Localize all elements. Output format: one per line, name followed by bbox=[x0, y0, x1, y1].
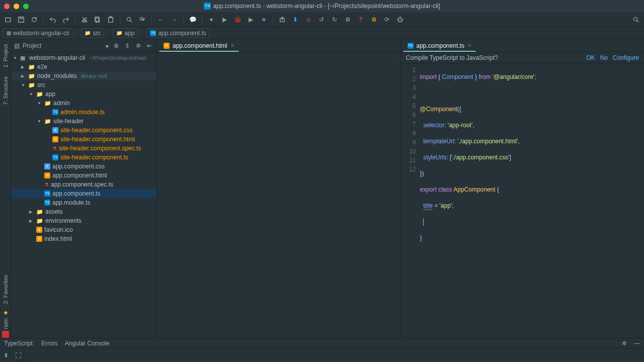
paste-icon[interactable] bbox=[106, 15, 116, 25]
crumb-src[interactable]: 📁src bbox=[81, 28, 104, 38]
redo-icon[interactable] bbox=[61, 15, 71, 25]
tab-app-component-html[interactable]: Happ.component.html✕ bbox=[159, 40, 239, 52]
tree-sh-spec[interactable]: ⚗site-header.component.spec.ts bbox=[11, 144, 156, 153]
titlebar: TSapp.component.ts - webstorm-angular-cl… bbox=[0, 0, 644, 12]
svg-rect-0 bbox=[6, 18, 11, 22]
tree-favicon[interactable]: ★favicon.ico bbox=[11, 225, 156, 234]
ts-panel-tabs: TypeScript: Errors Angular Console ✲ — bbox=[0, 338, 644, 348]
filter-icon[interactable]: ⬍ bbox=[2, 351, 10, 359]
editor-left: Happ.component.html✕ bbox=[157, 39, 401, 338]
run-config-dropdown[interactable]: ▾ bbox=[206, 15, 216, 25]
file-badge-icon: TS bbox=[204, 3, 211, 10]
history-icon[interactable]: ↺ bbox=[316, 15, 327, 25]
tree-sh-css[interactable]: #site-header.component.css bbox=[11, 126, 156, 135]
svg-rect-1 bbox=[19, 17, 24, 22]
tree-node-modules[interactable]: ▶📁node_moduleslibrary root bbox=[11, 71, 156, 80]
editor-right: TSapp.component.ts✕ Compile TypeScript t… bbox=[401, 39, 645, 338]
tree-e2e[interactable]: ▶📁e2e bbox=[11, 62, 156, 71]
project-tree[interactable]: ▼▦webstorm-angular-cli~/Projects/sitepoi… bbox=[11, 52, 156, 338]
collapse-icon[interactable]: ⇕ bbox=[123, 42, 131, 49]
close-tab-icon[interactable]: ✕ bbox=[230, 43, 234, 48]
deploy-icon[interactable] bbox=[277, 15, 287, 25]
back-icon[interactable]: ← bbox=[156, 15, 166, 25]
refresh-icon[interactable] bbox=[29, 15, 39, 25]
compile-configure[interactable]: Configure bbox=[613, 54, 639, 61]
download-icon[interactable]: ⬇ bbox=[290, 15, 300, 25]
compile-prompt-bar: Compile TypeScript to JavaScript? OK No … bbox=[401, 52, 645, 63]
debug-icon[interactable]: 🐞 bbox=[232, 15, 243, 25]
save-icon[interactable] bbox=[16, 15, 26, 25]
tree-envs[interactable]: ▶📁environments bbox=[11, 216, 156, 225]
npm-icon bbox=[2, 331, 9, 338]
project-panel-title: Project bbox=[23, 42, 103, 49]
tree-app-spec[interactable]: ⚗app.component.spec.ts bbox=[11, 180, 156, 189]
settings-icon[interactable]: ⚙ bbox=[343, 15, 353, 25]
ts-tab-errors[interactable]: Errors bbox=[41, 340, 58, 347]
compile-no[interactable]: No bbox=[600, 54, 608, 61]
gutter: 123456789101112 bbox=[401, 63, 420, 338]
tree-src[interactable]: ▼📁src bbox=[11, 80, 156, 89]
tree-app-module[interactable]: TSapp.module.ts bbox=[11, 198, 156, 207]
tree-admin[interactable]: ▼📁admin bbox=[11, 99, 156, 108]
chat-icon[interactable]: 💬 bbox=[188, 15, 198, 25]
tab-app-component-ts[interactable]: TSapp.component.ts✕ bbox=[403, 40, 476, 52]
svg-point-9 bbox=[127, 17, 131, 21]
open-icon[interactable] bbox=[3, 15, 13, 25]
find-icon[interactable] bbox=[124, 15, 134, 25]
star-icon: ★ bbox=[3, 309, 9, 316]
update-icon[interactable]: ↻ bbox=[330, 15, 340, 25]
breadcrumb: ▦webstorm-angular-cli〉 📁src〉 📁app〉 TSapp… bbox=[0, 27, 644, 39]
ts-settings-icon[interactable]: ✲ bbox=[622, 340, 627, 347]
sync-icon[interactable]: ⟳ bbox=[382, 15, 392, 25]
project-panel: ▤ Project▸ ⊕ ⇕ ✲ ⇤ ▼▦webstorm-angular-cl… bbox=[11, 39, 157, 338]
gear-icon[interactable]: ✲ bbox=[134, 42, 142, 49]
main-toolbar: ← → 💬 ▾ ▶ 🐞 ▶ ■ ⬇ ⎋ ↺ ↻ ⚙ ? ⚙ ⟳ ⏻ bbox=[0, 12, 644, 27]
commit-icon[interactable]: ⎋ bbox=[303, 15, 313, 25]
help-icon[interactable]: ? bbox=[356, 15, 366, 25]
close-tab-icon[interactable]: ✕ bbox=[467, 43, 471, 48]
crumb-app[interactable]: 📁app bbox=[113, 28, 138, 38]
editor-right-body[interactable]: 123456789101112 import { Component } fro… bbox=[401, 63, 645, 338]
tree-index[interactable]: Hindex.html bbox=[11, 234, 156, 243]
cut-icon[interactable] bbox=[79, 15, 90, 25]
undo-icon[interactable] bbox=[48, 15, 58, 25]
run-icon[interactable]: ▶ bbox=[219, 15, 229, 25]
editor-left-body[interactable] bbox=[176, 52, 400, 338]
hide-icon[interactable]: ⇤ bbox=[145, 42, 153, 49]
ts-label: TypeScript: bbox=[4, 340, 34, 347]
power-icon[interactable]: ⏻ bbox=[395, 15, 405, 25]
tool-favorites[interactable]: 2: Favorites bbox=[3, 272, 9, 307]
window-title: app.component.ts - webstorm-angular-cli … bbox=[213, 3, 440, 10]
tool-project[interactable]: 1: Project bbox=[3, 41, 9, 70]
ide-settings-icon[interactable]: ⚙ bbox=[369, 15, 379, 25]
tool-structure[interactable]: 7: Structure bbox=[3, 73, 9, 108]
svg-point-12 bbox=[634, 17, 637, 21]
coverage-icon[interactable]: ▶ bbox=[246, 15, 256, 25]
tree-app-ts[interactable]: TSapp.component.ts bbox=[11, 189, 156, 198]
tree-sh-html[interactable]: Hsite-header.component.html bbox=[11, 135, 156, 144]
target-icon[interactable]: ⊕ bbox=[112, 42, 120, 49]
copy-icon[interactable] bbox=[93, 15, 103, 25]
tree-app[interactable]: ▼📁app bbox=[11, 89, 156, 99]
tree-app-html[interactable]: Happ.component.html bbox=[11, 171, 156, 180]
stop-icon[interactable]: ■ bbox=[259, 15, 269, 25]
compile-ok[interactable]: OK bbox=[586, 54, 595, 61]
ts-hide-icon[interactable]: — bbox=[634, 340, 640, 347]
tree-assets[interactable]: ▶📁assets bbox=[11, 207, 156, 216]
tree-root[interactable]: ▼▦webstorm-angular-cli~/Projects/sitepoi… bbox=[11, 53, 156, 62]
errors-panel: ⬍⛶ ⬍⤢ ↻⤡ ⓘ🗑 ✕ No errors in the current f… bbox=[0, 348, 644, 362]
crumb-file[interactable]: TSapp.component.ts bbox=[146, 28, 209, 38]
tree-app-css[interactable]: #app.component.css bbox=[11, 162, 156, 171]
ts-tab-console[interactable]: Angular Console bbox=[65, 340, 110, 347]
tree-admin-module[interactable]: TSadmin.module.ts bbox=[11, 108, 156, 117]
crumb-project[interactable]: ▦webstorm-angular-cli bbox=[3, 28, 72, 38]
replace-icon[interactable] bbox=[137, 15, 147, 25]
forward-icon[interactable]: → bbox=[169, 15, 179, 25]
search-everywhere-icon[interactable] bbox=[631, 15, 641, 25]
tool-npm[interactable]: npm bbox=[3, 318, 9, 329]
svg-rect-2 bbox=[20, 17, 22, 19]
expand-icon[interactable]: ⛶ bbox=[14, 351, 22, 359]
tree-sh-ts[interactable]: TSsite-header.component.ts bbox=[11, 153, 156, 162]
tree-site-header[interactable]: ▼📁site-header bbox=[11, 117, 156, 126]
